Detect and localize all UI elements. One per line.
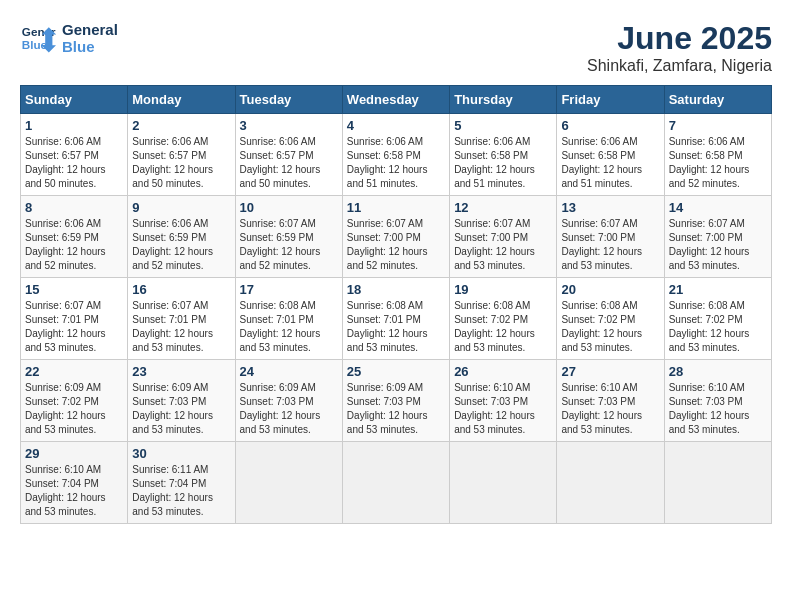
- table-row: 12 Sunrise: 6:07 AM Sunset: 7:00 PM Dayl…: [450, 196, 557, 278]
- table-row: 18 Sunrise: 6:08 AM Sunset: 7:01 PM Dayl…: [342, 278, 449, 360]
- day-number: 10: [240, 200, 338, 215]
- table-row: 5 Sunrise: 6:06 AM Sunset: 6:58 PM Dayli…: [450, 114, 557, 196]
- day-info: Sunrise: 6:07 AM Sunset: 7:00 PM Dayligh…: [347, 218, 428, 271]
- table-row: 16 Sunrise: 6:07 AM Sunset: 7:01 PM Dayl…: [128, 278, 235, 360]
- day-info: Sunrise: 6:06 AM Sunset: 6:57 PM Dayligh…: [132, 136, 213, 189]
- day-info: Sunrise: 6:07 AM Sunset: 7:00 PM Dayligh…: [561, 218, 642, 271]
- day-info: Sunrise: 6:06 AM Sunset: 6:58 PM Dayligh…: [347, 136, 428, 189]
- day-info: Sunrise: 6:06 AM Sunset: 6:59 PM Dayligh…: [25, 218, 106, 271]
- table-row: 25 Sunrise: 6:09 AM Sunset: 7:03 PM Dayl…: [342, 360, 449, 442]
- day-number: 21: [669, 282, 767, 297]
- day-number: 29: [25, 446, 123, 461]
- header-sunday: Sunday: [21, 86, 128, 114]
- table-row: 13 Sunrise: 6:07 AM Sunset: 7:00 PM Dayl…: [557, 196, 664, 278]
- day-number: 2: [132, 118, 230, 133]
- day-info: Sunrise: 6:08 AM Sunset: 7:01 PM Dayligh…: [347, 300, 428, 353]
- day-info: Sunrise: 6:10 AM Sunset: 7:03 PM Dayligh…: [669, 382, 750, 435]
- table-row: 14 Sunrise: 6:07 AM Sunset: 7:00 PM Dayl…: [664, 196, 771, 278]
- svg-text:Blue: Blue: [22, 38, 48, 51]
- calendar-week-row: 8 Sunrise: 6:06 AM Sunset: 6:59 PM Dayli…: [21, 196, 772, 278]
- day-number: 19: [454, 282, 552, 297]
- day-info: Sunrise: 6:10 AM Sunset: 7:03 PM Dayligh…: [561, 382, 642, 435]
- day-number: 23: [132, 364, 230, 379]
- calendar-subtitle: Shinkafi, Zamfara, Nigeria: [587, 57, 772, 75]
- calendar-week-row: 1 Sunrise: 6:06 AM Sunset: 6:57 PM Dayli…: [21, 114, 772, 196]
- day-number: 25: [347, 364, 445, 379]
- table-row: 30 Sunrise: 6:11 AM Sunset: 7:04 PM Dayl…: [128, 442, 235, 524]
- day-info: Sunrise: 6:09 AM Sunset: 7:03 PM Dayligh…: [132, 382, 213, 435]
- logo-line1: General: [62, 21, 118, 38]
- day-number: 20: [561, 282, 659, 297]
- day-info: Sunrise: 6:09 AM Sunset: 7:03 PM Dayligh…: [347, 382, 428, 435]
- day-number: 11: [347, 200, 445, 215]
- day-number: 5: [454, 118, 552, 133]
- calendar-week-row: 22 Sunrise: 6:09 AM Sunset: 7:02 PM Dayl…: [21, 360, 772, 442]
- header-friday: Friday: [557, 86, 664, 114]
- day-info: Sunrise: 6:08 AM Sunset: 7:02 PM Dayligh…: [561, 300, 642, 353]
- table-row: [342, 442, 449, 524]
- table-row: 15 Sunrise: 6:07 AM Sunset: 7:01 PM Dayl…: [21, 278, 128, 360]
- table-row: 19 Sunrise: 6:08 AM Sunset: 7:02 PM Dayl…: [450, 278, 557, 360]
- day-number: 14: [669, 200, 767, 215]
- table-row: [450, 442, 557, 524]
- calendar-week-row: 15 Sunrise: 6:07 AM Sunset: 7:01 PM Dayl…: [21, 278, 772, 360]
- table-row: 27 Sunrise: 6:10 AM Sunset: 7:03 PM Dayl…: [557, 360, 664, 442]
- table-row: 10 Sunrise: 6:07 AM Sunset: 6:59 PM Dayl…: [235, 196, 342, 278]
- day-info: Sunrise: 6:06 AM Sunset: 6:57 PM Dayligh…: [240, 136, 321, 189]
- day-info: Sunrise: 6:08 AM Sunset: 7:02 PM Dayligh…: [669, 300, 750, 353]
- day-number: 13: [561, 200, 659, 215]
- title-area: June 2025 Shinkafi, Zamfara, Nigeria: [587, 20, 772, 75]
- table-row: 23 Sunrise: 6:09 AM Sunset: 7:03 PM Dayl…: [128, 360, 235, 442]
- day-number: 30: [132, 446, 230, 461]
- header-wednesday: Wednesday: [342, 86, 449, 114]
- weekday-header-row: Sunday Monday Tuesday Wednesday Thursday…: [21, 86, 772, 114]
- header-thursday: Thursday: [450, 86, 557, 114]
- table-row: 24 Sunrise: 6:09 AM Sunset: 7:03 PM Dayl…: [235, 360, 342, 442]
- day-number: 27: [561, 364, 659, 379]
- day-number: 26: [454, 364, 552, 379]
- day-number: 24: [240, 364, 338, 379]
- table-row: 20 Sunrise: 6:08 AM Sunset: 7:02 PM Dayl…: [557, 278, 664, 360]
- day-info: Sunrise: 6:07 AM Sunset: 7:00 PM Dayligh…: [454, 218, 535, 271]
- day-info: Sunrise: 6:07 AM Sunset: 6:59 PM Dayligh…: [240, 218, 321, 271]
- header-saturday: Saturday: [664, 86, 771, 114]
- day-info: Sunrise: 6:09 AM Sunset: 7:02 PM Dayligh…: [25, 382, 106, 435]
- day-info: Sunrise: 6:06 AM Sunset: 6:58 PM Dayligh…: [561, 136, 642, 189]
- day-number: 22: [25, 364, 123, 379]
- day-info: Sunrise: 6:06 AM Sunset: 6:59 PM Dayligh…: [132, 218, 213, 271]
- day-info: Sunrise: 6:07 AM Sunset: 7:00 PM Dayligh…: [669, 218, 750, 271]
- table-row: 11 Sunrise: 6:07 AM Sunset: 7:00 PM Dayl…: [342, 196, 449, 278]
- day-number: 12: [454, 200, 552, 215]
- day-number: 17: [240, 282, 338, 297]
- day-number: 3: [240, 118, 338, 133]
- day-number: 8: [25, 200, 123, 215]
- day-info: Sunrise: 6:07 AM Sunset: 7:01 PM Dayligh…: [132, 300, 213, 353]
- day-number: 6: [561, 118, 659, 133]
- calendar-table: Sunday Monday Tuesday Wednesday Thursday…: [20, 85, 772, 524]
- table-row: 28 Sunrise: 6:10 AM Sunset: 7:03 PM Dayl…: [664, 360, 771, 442]
- day-info: Sunrise: 6:06 AM Sunset: 6:58 PM Dayligh…: [454, 136, 535, 189]
- table-row: 3 Sunrise: 6:06 AM Sunset: 6:57 PM Dayli…: [235, 114, 342, 196]
- day-info: Sunrise: 6:06 AM Sunset: 6:57 PM Dayligh…: [25, 136, 106, 189]
- day-number: 15: [25, 282, 123, 297]
- table-row: 6 Sunrise: 6:06 AM Sunset: 6:58 PM Dayli…: [557, 114, 664, 196]
- table-row: 29 Sunrise: 6:10 AM Sunset: 7:04 PM Dayl…: [21, 442, 128, 524]
- day-number: 18: [347, 282, 445, 297]
- day-number: 7: [669, 118, 767, 133]
- day-info: Sunrise: 6:09 AM Sunset: 7:03 PM Dayligh…: [240, 382, 321, 435]
- header: General Blue General Blue June 2025 Shin…: [20, 20, 772, 75]
- day-info: Sunrise: 6:10 AM Sunset: 7:03 PM Dayligh…: [454, 382, 535, 435]
- day-info: Sunrise: 6:07 AM Sunset: 7:01 PM Dayligh…: [25, 300, 106, 353]
- logo: General Blue General Blue: [20, 20, 118, 56]
- logo-icon: General Blue: [20, 20, 56, 56]
- table-row: 1 Sunrise: 6:06 AM Sunset: 6:57 PM Dayli…: [21, 114, 128, 196]
- calendar-title: June 2025: [587, 20, 772, 57]
- table-row: 22 Sunrise: 6:09 AM Sunset: 7:02 PM Dayl…: [21, 360, 128, 442]
- day-number: 4: [347, 118, 445, 133]
- day-info: Sunrise: 6:06 AM Sunset: 6:58 PM Dayligh…: [669, 136, 750, 189]
- logo-line2: Blue: [62, 38, 118, 55]
- day-info: Sunrise: 6:11 AM Sunset: 7:04 PM Dayligh…: [132, 464, 213, 517]
- table-row: [235, 442, 342, 524]
- table-row: 21 Sunrise: 6:08 AM Sunset: 7:02 PM Dayl…: [664, 278, 771, 360]
- table-row: 2 Sunrise: 6:06 AM Sunset: 6:57 PM Dayli…: [128, 114, 235, 196]
